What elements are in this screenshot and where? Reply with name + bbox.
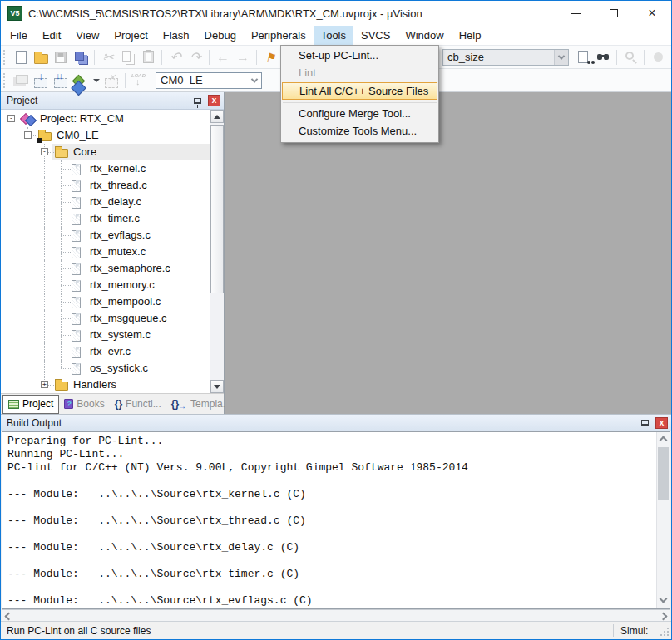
zoom-button[interactable] — [620, 47, 640, 67]
record-button[interactable] — [648, 47, 668, 67]
collapse-icon[interactable]: - — [41, 148, 48, 155]
open-file-button[interactable] — [31, 47, 51, 67]
menu-item-lint[interactable]: Lint — [281, 65, 438, 82]
output-horizontal-scrollbar[interactable] — [2, 609, 670, 621]
translate-button[interactable] — [11, 71, 31, 91]
panel-close-icon[interactable]: x — [655, 417, 668, 429]
toolbar-separator — [125, 73, 126, 88]
file-icon — [72, 347, 81, 358]
tree-row-rtx-mutex-c[interactable]: rtx_mutex.c — [1, 244, 210, 260]
menu-debug[interactable]: Debug — [197, 26, 244, 45]
menu-item-configure-merge-tool[interactable]: Configure Merge Tool... — [281, 106, 438, 123]
maximize-button[interactable] — [595, 1, 633, 26]
new-file-button[interactable] — [11, 47, 31, 67]
pin-icon[interactable] — [194, 98, 201, 104]
menu-item-set-up-pc-lint[interactable]: Set-up PC-Lint... — [281, 47, 438, 65]
navigate-back-button[interactable] — [213, 47, 233, 67]
tab-project[interactable]: Project — [2, 395, 59, 414]
tree-row-rtx-msgqueue-c[interactable]: rtx_msgqueue.c — [1, 310, 210, 327]
toolbar-separator — [209, 50, 210, 65]
tree-row-rtx-timer-c[interactable]: rtx_timer.c — [1, 210, 210, 227]
tree-guide — [61, 302, 71, 303]
minimize-button[interactable] — [556, 1, 595, 26]
batch-build-dropdown-button[interactable] — [91, 71, 101, 91]
tree-row-project-rtx-cm[interactable]: -Project: RTX_CM — [1, 111, 210, 127]
menu-peripherals[interactable]: Peripherals — [244, 26, 314, 45]
menu-project[interactable]: Project — [106, 26, 155, 45]
scroll-up-icon[interactable] — [210, 110, 224, 123]
tree-row-core[interactable]: -Core — [1, 144, 210, 160]
chevron-down-icon[interactable] — [554, 50, 568, 65]
panel-close-icon[interactable]: x — [208, 95, 220, 106]
menu-flash[interactable]: Flash — [156, 26, 197, 45]
save-all-button[interactable] — [71, 47, 91, 67]
tree-row-rtx-thread-c[interactable]: rtx_thread.c — [1, 177, 210, 194]
output-vertical-scrollbar[interactable] — [656, 432, 670, 608]
tree-row-rtx-mempool-c[interactable]: rtx_mempool.c — [1, 293, 210, 310]
find-button[interactable] — [593, 47, 613, 67]
output-line — [2, 581, 655, 594]
tab-books[interactable]: Books — [59, 395, 109, 414]
scrollbar-thumb[interactable] — [210, 125, 224, 293]
scroll-left-icon[interactable] — [5, 613, 13, 621]
find-in-files-button[interactable] — [573, 47, 593, 67]
tree-row-rtx-memory-c[interactable]: rtx_memory.c — [1, 277, 210, 293]
menu-edit[interactable]: Edit — [35, 26, 68, 45]
scroll-down-icon[interactable] — [210, 380, 224, 393]
menu-item-lint-all-c-c-source-files[interactable]: Lint All C/C++ Source Files — [282, 82, 437, 100]
menu-tools[interactable]: Tools — [314, 26, 353, 45]
download-to-flash-button[interactable] — [129, 71, 149, 91]
tree-row-cm0-le[interactable]: -CM0_LE — [1, 127, 210, 144]
toolbar-grip[interactable] — [3, 73, 7, 88]
redo-button[interactable] — [185, 47, 205, 67]
bookmark-icon — [265, 51, 276, 64]
scrollbar-thumb[interactable] — [658, 447, 669, 500]
menu-window[interactable]: Window — [398, 26, 451, 45]
scroll-up-icon[interactable] — [660, 436, 668, 445]
collapse-icon[interactable]: - — [24, 131, 32, 139]
menu-help[interactable]: Help — [452, 26, 489, 45]
menu-svcs[interactable]: SVCS — [353, 26, 398, 45]
close-button[interactable]: × — [633, 1, 671, 26]
paste-button[interactable] — [138, 47, 158, 67]
menu-file[interactable]: File — [2, 26, 35, 45]
scroll-right-icon[interactable] — [660, 613, 668, 621]
cut-button[interactable] — [98, 47, 118, 67]
find-icon — [597, 54, 602, 60]
tree-row-rtx-evr-c[interactable]: rtx_evr.c — [1, 343, 210, 360]
pin-icon[interactable] — [641, 420, 649, 426]
folder-icon — [55, 382, 68, 391]
collapse-icon[interactable]: - — [7, 115, 15, 122]
tree-row-rtx-system-c[interactable]: rtx_system.c — [1, 327, 210, 343]
bookmark-button[interactable] — [260, 47, 280, 67]
resize-grip[interactable] — [659, 628, 669, 638]
save-button[interactable] — [51, 47, 71, 67]
chevron-down-icon[interactable] — [247, 73, 261, 88]
search-combo[interactable]: cb_size — [442, 49, 569, 66]
stop-build-button[interactable] — [101, 71, 121, 91]
tree-item-label: rtx_semaphore.c — [90, 260, 170, 277]
rebuild-button[interactable] — [51, 71, 71, 91]
tree-row-rtx-delay-c[interactable]: rtx_delay.c — [1, 194, 210, 210]
tree-row-rtx-kernel-c[interactable]: rtx_kernel.c — [1, 160, 210, 177]
expand-icon[interactable]: + — [41, 381, 48, 388]
toolbar-grip[interactable] — [3, 50, 7, 65]
tree-row-rtx-evflags-c[interactable]: rtx_evflags.c — [1, 227, 210, 244]
tree-row-rtx-semaphore-c[interactable]: rtx_semaphore.c — [1, 260, 210, 277]
file-icon — [72, 197, 81, 209]
tree-item-label: CM0_LE — [57, 127, 99, 144]
tree-row-handlers[interactable]: +Handlers — [1, 377, 210, 393]
target-select-combo[interactable]: CM0_LE — [156, 72, 262, 89]
menu-item-customize-tools-menu[interactable]: Customize Tools Menu... — [281, 123, 438, 140]
batch-build-button[interactable] — [71, 71, 91, 91]
undo-button[interactable] — [166, 47, 185, 67]
menu-view[interactable]: View — [68, 26, 106, 45]
navigate-forward-button[interactable] — [233, 47, 253, 67]
tree-row-os-systick-c[interactable]: os_systick.c — [1, 360, 210, 377]
build-output-content[interactable]: Preparing for PC-Lint...Running PC-Lint.… — [2, 431, 670, 609]
tree-scrollbar[interactable] — [210, 110, 224, 393]
tab-functi[interactable]: {}Functi... — [110, 395, 166, 414]
build-button[interactable] — [31, 71, 51, 91]
copy-button[interactable] — [118, 47, 138, 67]
scroll-down-icon[interactable] — [660, 595, 668, 603]
